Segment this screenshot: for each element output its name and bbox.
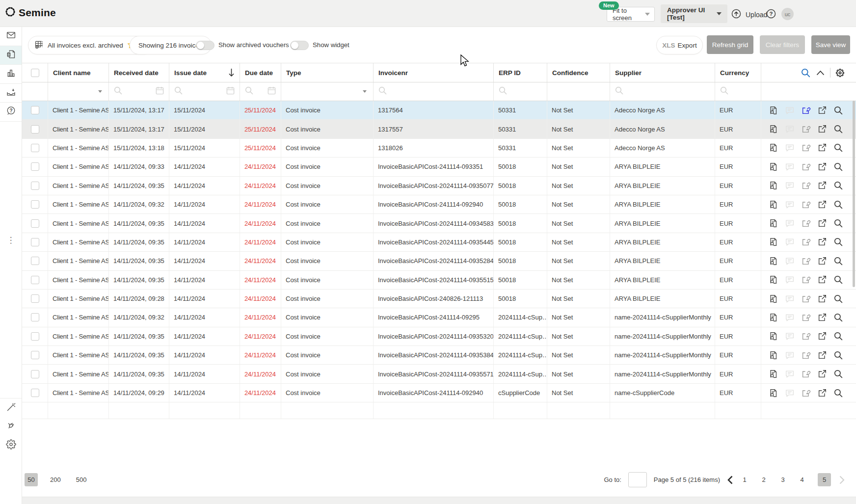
- refresh-grid-button[interactable]: Refresh grid: [707, 35, 753, 54]
- column-header-type[interactable]: Type: [281, 63, 374, 82]
- cell-confidence[interactable]: Not Set: [547, 290, 610, 308]
- cell-due[interactable]: 24/11/2024: [240, 252, 281, 270]
- table-row[interactable]: Client 1 - Semine AS14/11/2024, 09:2914/…: [22, 384, 856, 402]
- cell-type[interactable]: Cost invoice: [281, 177, 374, 195]
- row-checkbox[interactable]: [31, 162, 39, 171]
- cell-erp[interactable]: 50331: [494, 101, 547, 119]
- cell-type[interactable]: Cost invoice: [281, 120, 374, 138]
- table-row[interactable]: Client 1 - Semine AS14/11/2024, 09:3514/…: [22, 214, 856, 233]
- filter-supplier[interactable]: [610, 82, 715, 101]
- row-search-icon[interactable]: [833, 331, 843, 341]
- cell-issue[interactable]: 14/11/2024: [169, 290, 240, 308]
- column-header-supplier[interactable]: Supplier: [610, 63, 715, 82]
- comment-icon[interactable]: [785, 106, 795, 115]
- cell-supplier[interactable]: ARYA BILPLEIE: [610, 158, 715, 176]
- filter-client[interactable]: [48, 82, 109, 101]
- cell-client[interactable]: Client 1 - Semine AS: [48, 177, 109, 195]
- calendar-icon[interactable]: [267, 86, 276, 97]
- cell-invoicenr[interactable]: InvoiceBasicAPICost-241114-09295: [374, 308, 494, 326]
- filter-issue[interactable]: [169, 82, 240, 101]
- filter-dropdown-caret-icon[interactable]: [363, 90, 367, 93]
- document-search-icon[interactable]: [769, 200, 778, 210]
- table-row[interactable]: Client 1 - Semine AS15/11/2024, 13:1815/…: [22, 139, 856, 158]
- column-header-invoicenr[interactable]: Invoicenr: [374, 63, 494, 82]
- cell-due[interactable]: 24/11/2024: [240, 327, 281, 345]
- comment-icon[interactable]: [785, 143, 795, 153]
- cell-issue[interactable]: 14/11/2024: [169, 271, 240, 289]
- row-search-icon[interactable]: [833, 106, 843, 115]
- cell-currency[interactable]: EUR: [715, 271, 761, 289]
- cell-type[interactable]: Cost invoice: [281, 308, 374, 326]
- page-number-4[interactable]: 4: [799, 476, 805, 483]
- cell-type[interactable]: Cost invoice: [281, 101, 374, 119]
- cell-received[interactable]: 14/11/2024, 09:35: [109, 252, 169, 270]
- cell-received[interactable]: 14/11/2024, 09:35: [109, 214, 169, 232]
- column-header-currency[interactable]: Currency: [715, 63, 761, 82]
- cell-supplier[interactable]: Adecco Norge AS: [610, 120, 715, 138]
- document-search-icon[interactable]: [769, 294, 778, 304]
- filter-currency[interactable]: [715, 82, 761, 101]
- row-search-icon[interactable]: [833, 350, 843, 360]
- cell-issue[interactable]: 14/11/2024: [169, 214, 240, 232]
- search-icon[interactable]: [498, 86, 508, 97]
- row-search-icon[interactable]: [833, 124, 843, 134]
- cell-supplier[interactable]: Adecco Norge AS: [610, 101, 715, 119]
- next-page-chevron-icon[interactable]: [839, 476, 845, 484]
- page-number-1[interactable]: 1: [741, 476, 748, 483]
- comment-icon[interactable]: [785, 181, 795, 190]
- document-search-icon[interactable]: [769, 143, 778, 153]
- cell-confidence[interactable]: Not Set: [547, 308, 610, 326]
- document-search-icon[interactable]: [769, 275, 778, 285]
- row-search-icon[interactable]: [833, 388, 843, 398]
- cell-confidence[interactable]: Not Set: [547, 365, 610, 383]
- search-icon[interactable]: [720, 86, 729, 97]
- show-widget-toggle[interactable]: [290, 41, 309, 50]
- sidebar-item-mail[interactable]: [0, 27, 22, 46]
- cell-due[interactable]: 24/11/2024: [240, 308, 281, 326]
- cell-currency[interactable]: EUR: [715, 233, 761, 251]
- cell-erp[interactable]: 50018: [494, 214, 547, 232]
- cell-type[interactable]: Cost invoice: [281, 195, 374, 213]
- cell-invoicenr[interactable]: InvoiceBasicAPICost-20241114-0935320: [374, 327, 494, 345]
- cell-invoicenr[interactable]: InvoiceBasicAPICost-20241114-0935445: [374, 233, 494, 251]
- column-header-issue[interactable]: Issue date: [169, 63, 240, 82]
- cell-due[interactable]: 24/11/2024: [240, 158, 281, 176]
- cell-supplier[interactable]: name-20241114-cSupplierMonthly: [610, 346, 715, 364]
- cell-received[interactable]: 14/11/2024, 09:35: [109, 271, 169, 289]
- filter-erp[interactable]: [494, 82, 547, 101]
- open-external-icon[interactable]: [817, 313, 827, 322]
- cell-currency[interactable]: EUR: [715, 346, 761, 364]
- cell-client[interactable]: Client 1 - Semine AS: [48, 252, 109, 270]
- search-icon[interactable]: [615, 86, 624, 97]
- cell-currency[interactable]: EUR: [715, 384, 761, 402]
- cell-issue[interactable]: 15/11/2024: [169, 101, 240, 119]
- cell-erp[interactable]: 50331: [494, 139, 547, 157]
- cell-type[interactable]: Cost invoice: [281, 271, 374, 289]
- cell-confidence[interactable]: Not Set: [547, 384, 610, 402]
- cell-invoicenr[interactable]: InvoiceBasicAPICost-20241114-0934583: [374, 214, 494, 232]
- attachment-link-icon[interactable]: [801, 124, 811, 134]
- column-header-received[interactable]: Received date: [109, 63, 169, 82]
- clear-filters-button[interactable]: Clear filters: [760, 35, 805, 54]
- page-size-50[interactable]: 50: [25, 473, 38, 486]
- cell-issue[interactable]: 14/11/2024: [169, 252, 240, 270]
- cell-type[interactable]: Cost invoice: [281, 214, 374, 232]
- attachment-link-icon[interactable]: [801, 275, 811, 285]
- row-checkbox[interactable]: [31, 313, 39, 321]
- cell-type[interactable]: Cost invoice: [281, 139, 374, 157]
- cell-received[interactable]: 14/11/2024, 09:33: [109, 158, 169, 176]
- open-external-icon[interactable]: [817, 200, 827, 210]
- cell-due[interactable]: 24/11/2024: [240, 271, 281, 289]
- cell-received[interactable]: 14/11/2024, 09:35: [109, 327, 169, 345]
- cell-currency[interactable]: EUR: [715, 195, 761, 213]
- table-row[interactable]: Client 1 - Semine AS14/11/2024, 09:3214/…: [22, 195, 856, 214]
- row-search-icon[interactable]: [833, 369, 843, 379]
- open-external-icon[interactable]: [817, 143, 827, 153]
- cell-supplier[interactable]: name-cSupplierCode: [610, 384, 715, 402]
- row-search-icon[interactable]: [833, 200, 843, 210]
- cell-erp[interactable]: 50018: [494, 271, 547, 289]
- row-search-icon[interactable]: [833, 162, 843, 172]
- cell-invoicenr[interactable]: InvoiceBasicAPICost-20241114-0935515: [374, 271, 494, 289]
- cell-supplier[interactable]: ARYA BILPLEIE: [610, 252, 715, 270]
- cell-erp[interactable]: 20241114-cSup…: [494, 346, 547, 364]
